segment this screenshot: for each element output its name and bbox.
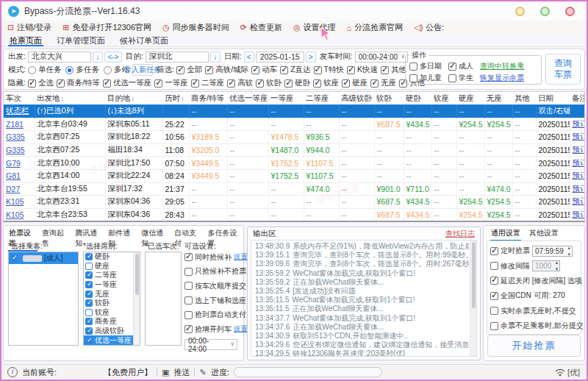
settings-tab-通用设置[interactable]: 通用设置 <box>490 228 521 241</box>
checkbox-T特快[interactable]: T特快 <box>314 65 344 75</box>
start-grab-button[interactable]: 开始抢票 <box>487 335 581 357</box>
settings-tab-查询起售[interactable]: 查询起售 <box>41 228 71 252</box>
setting-实时余票无座时,不提交[interactable]: 实时余票无座时,不提交 <box>490 304 581 318</box>
column-header-其他[interactable]: 其他 <box>512 92 536 105</box>
book-link[interactable]: 预订 <box>573 158 586 167</box>
column-header-优选一等座[interactable]: 优选一等座 <box>227 92 268 105</box>
column-header-软座[interactable]: 软座 <box>431 92 456 105</box>
option-按车次顺序提交[interactable]: 按车次顺序提交 <box>184 279 243 293</box>
column-header-硬卧[interactable]: 硬卧 <box>404 92 431 105</box>
tab-抢票页面[interactable]: 抢票页面 <box>8 35 43 46</box>
spinner-input[interactable]: 1000 <box>532 260 560 271</box>
book-link[interactable]: 预订 <box>573 119 586 128</box>
column-header-软卧[interactable]: 软卧 <box>374 92 404 105</box>
output-log-list[interactable]: 13:48:30.9系统内存不足(91%)，降低WebView2内存占用，防止崩… <box>251 240 477 357</box>
book-link[interactable]: 预订 <box>573 210 586 218</box>
checkbox-其他[interactable]: 其他 <box>381 65 406 75</box>
table-row[interactable]: K105北京丰台23:53深圳东04:3628:43----------¥687… <box>4 208 585 221</box>
search-tickets-button[interactable]: 查询 车票 <box>545 54 581 85</box>
checkbox-学生[interactable]: 学生 <box>448 73 473 83</box>
checkbox-高铁/城际[interactable]: 高铁/城际 <box>205 65 248 75</box>
status-bar-link[interactable]: 状态栏 <box>6 106 29 115</box>
column-header-车次[interactable]: 车次 <box>4 92 35 105</box>
train-link[interactable]: K105 <box>6 210 24 219</box>
seat-item-商务座[interactable]: 商务座 <box>84 317 140 327</box>
link-恢复显示余票[interactable]: 恢复显示余票 <box>480 73 524 83</box>
train-link[interactable]: K105 <box>6 197 24 206</box>
book-link[interactable]: 预订 <box>573 132 586 140</box>
book-link[interactable]: 预订 <box>573 145 586 154</box>
spinner-input[interactable]: 07:59:59 <box>532 246 573 257</box>
swap-stations-button[interactable]: <-> <box>104 51 122 63</box>
option-同时抢候补[interactable]: 同时抢候补设置 <box>184 250 243 265</box>
column-header-日期[interactable]: 日期 <box>536 92 570 105</box>
settings-tab-其他设置[interactable]: 其他设置 <box>528 228 559 241</box>
checkbox-硬卧[interactable]: 硬卧 <box>284 78 310 88</box>
column-header-出发地[interactable]: 出发地↕ <box>35 92 105 105</box>
passenger-listbox[interactable]: [成人] <box>8 252 79 346</box>
train-link[interactable]: G335 <box>6 132 25 141</box>
column-header-商务/特等[interactable]: 商务/特等 <box>189 92 227 105</box>
seat-item-硬卧[interactable]: 硬卧 <box>84 252 140 262</box>
seat-scrollbar[interactable] <box>133 252 140 345</box>
depart-dropdown-button[interactable]: ↓ <box>93 51 103 63</box>
setting-余票不足乘客时,部分提交[interactable]: 余票不足乘客时,部分提交 <box>490 318 581 333</box>
seat-item-一等座[interactable]: 一等座 <box>84 280 140 290</box>
dest-input[interactable]: 深圳北 <box>146 51 209 63</box>
tab-订单管理页面[interactable]: 订单管理页面 <box>55 35 107 46</box>
selected-trains-listbox[interactable] <box>145 252 182 346</box>
checkbox-动车[interactable]: 动车 <box>251 65 277 75</box>
column-header-无座[interactable]: 无座 <box>484 92 512 105</box>
time-range-select[interactable]: 00:00-24:00 <box>355 51 408 63</box>
train-link[interactable]: G79 <box>6 159 21 168</box>
push-button[interactable]: 推送 <box>173 367 190 378</box>
option-抢到票自动支付[interactable]: 抢到票自动支付 <box>184 307 243 322</box>
table-row[interactable]: Z181北京丰台03:49深圳东05:1125:22----------¥687… <box>4 118 585 131</box>
seat-item-无座[interactable]: 无座 <box>84 289 140 299</box>
table-row[interactable]: D27北京丰台19:55深圳17:3221:37------¥474.0--¥9… <box>4 182 585 196</box>
column-header-备注[interactable]: 备注 <box>570 92 585 105</box>
checkbox-优选一等座[interactable]: 优选一等座 <box>103 78 152 88</box>
setting-延迟关闭 [修改间隔] 选项[interactable]: 延迟关闭 [修改间隔] 选项 <box>490 274 581 288</box>
seat-item-软卧[interactable]: 软卧 <box>84 299 140 308</box>
proxy-button[interactable]: ◎设置代理 <box>293 22 336 33</box>
announcement-button[interactable]: ◁)公告: <box>414 22 444 33</box>
checkbox-硬座[interactable]: 硬座 <box>342 78 368 88</box>
log-scrollbar[interactable] <box>470 241 476 356</box>
log-scroll-thumb[interactable] <box>472 242 476 308</box>
mode-radio-多任务[interactable]: 多任务 <box>65 65 99 75</box>
checkbox-软卧[interactable]: 软卧 <box>256 78 282 88</box>
settings-link[interactable]: 设置 <box>234 252 248 262</box>
seat-item-高级软卧[interactable]: 高级软卧 <box>84 327 140 336</box>
import-task-button[interactable]: 导入新任务 <box>132 64 153 76</box>
date-next-button[interactable]: > <box>306 51 316 63</box>
grab-time-range-select[interactable]: 00:00-24:00 <box>184 339 237 350</box>
column-header-硬座[interactable]: 硬座 <box>456 92 484 105</box>
option-抢增开列车[interactable]: 抢增开列车设置 <box>184 322 243 337</box>
checkbox-一等座[interactable]: 一等座 <box>154 78 188 88</box>
table-row[interactable]: G79北京西10:00深圳北17:5007:50¥3449.5--¥1752.5… <box>4 157 585 170</box>
mode-radio-单任务[interactable]: 单任务 <box>28 65 62 75</box>
checkbox-全部[interactable]: 全部 <box>176 65 202 75</box>
book-link[interactable]: 预订 <box>573 171 586 179</box>
checkbox-软座[interactable]: 软座 <box>313 78 339 88</box>
book-link[interactable]: 预订 <box>573 184 586 193</box>
date-input[interactable]: 2025-01-15 <box>256 51 304 63</box>
setting-全国CDN[interactable]: 全国CDN可用: 270 <box>490 288 581 303</box>
table-row[interactable]: K105北京西23:31深圳东04:3629:05----------¥687.… <box>4 196 585 209</box>
checkbox-全选[interactable]: 全选 <box>28 78 54 88</box>
column-header-目的地[interactable]: 目的地↕ <box>105 92 162 105</box>
book-link[interactable]: 预订 <box>573 196 586 205</box>
train-link[interactable]: G335 <box>6 146 25 154</box>
seat-item-优选一等座[interactable]: 优选一等座 <box>84 335 140 345</box>
checkbox-Z直达[interactable]: Z直达 <box>280 65 310 75</box>
table-status-row[interactable]: 状态栏(↑)已选0列(↓)未选8列----------------------双… <box>4 105 585 118</box>
table-row[interactable]: G81北京西14:00深圳北22:2408:24¥3449.5--¥1752.5… <box>4 169 585 182</box>
logout-login-button[interactable]: ⊡注销/登录 <box>7 22 51 33</box>
checkbox-成人[interactable]: 成人 <box>448 61 473 71</box>
seat-listbox[interactable]: 硬卧硬座二等座一等座无座软卧软座商务座高级软卧优选一等座 <box>83 252 140 346</box>
train-link[interactable]: D27 <box>6 185 20 193</box>
train-link[interactable]: G81 <box>6 171 21 180</box>
maximize-button[interactable] <box>540 7 550 16</box>
tab-候补订单页面[interactable]: 候补订单页面 <box>118 35 170 46</box>
